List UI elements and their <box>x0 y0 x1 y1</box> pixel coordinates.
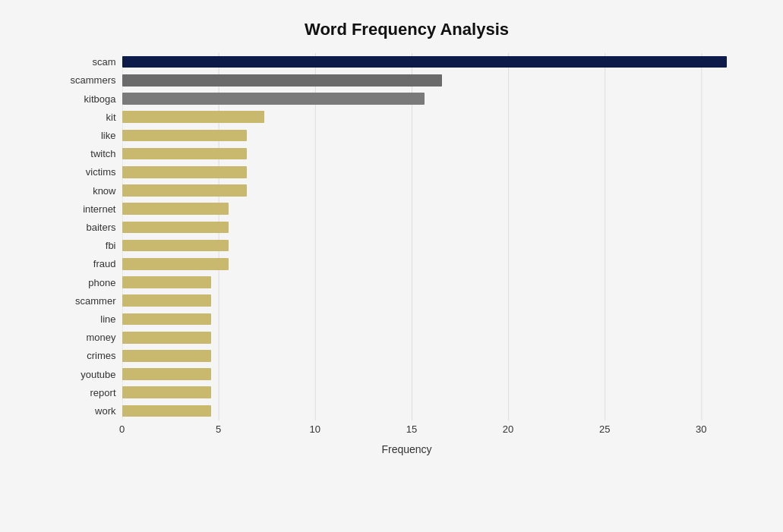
bar-row: scam <box>69 53 745 71</box>
bar-track <box>122 405 745 417</box>
bar-track <box>122 166 745 178</box>
bar-row: fbi <box>69 237 745 255</box>
chart-container: Word Frequency Analysis scamscammerskitb… <box>8 5 775 528</box>
bar-track <box>122 350 745 362</box>
bar-label: kit <box>69 112 122 123</box>
bar-label: internet <box>69 203 122 215</box>
bar-track <box>122 74 745 87</box>
bar <box>122 74 443 87</box>
x-tick: 0 <box>119 423 125 435</box>
bar-row: kit <box>69 108 745 126</box>
bar-row: like <box>69 126 745 144</box>
bar-label: crimes <box>69 350 122 361</box>
bar-label: report <box>69 387 122 398</box>
x-tick: 10 <box>310 423 320 435</box>
bar-label: scammer <box>69 295 122 307</box>
bar-track <box>122 294 745 307</box>
bar-track <box>122 148 745 160</box>
bar-label: scam <box>69 56 122 68</box>
bar-row: kitboga <box>69 90 745 108</box>
bar <box>122 350 211 362</box>
bar-row: report <box>69 383 745 401</box>
bar-track <box>122 93 745 105</box>
chart-title: Word Frequency Analysis <box>69 20 745 39</box>
bar-row: phone <box>69 273 745 291</box>
bar-label: work <box>69 405 122 417</box>
bar-row: crimes <box>69 347 745 365</box>
bar <box>122 276 211 288</box>
bar <box>122 386 211 398</box>
bar-row: internet <box>69 200 745 218</box>
bar-track <box>122 222 745 234</box>
bar-label: phone <box>69 277 122 288</box>
bar-label: line <box>69 313 122 325</box>
bars-area: scamscammerskitbogakitliketwitchvictimsk… <box>69 53 745 455</box>
bar-row: line <box>69 310 745 328</box>
bar-label: fraud <box>69 258 122 269</box>
bar-track <box>122 313 745 326</box>
bar-row: fraud <box>69 255 745 273</box>
bar-row: baiters <box>69 218 745 236</box>
bar <box>122 405 211 417</box>
bar <box>122 313 211 326</box>
bar-track <box>122 56 745 68</box>
bar-track <box>122 240 745 252</box>
bar <box>122 240 229 252</box>
bar <box>122 184 247 197</box>
bar-label: money <box>69 332 122 343</box>
bar-row: scammer <box>69 291 745 310</box>
x-tick: 15 <box>406 423 417 435</box>
bar <box>122 332 211 344</box>
bar <box>122 222 229 234</box>
bar-track <box>122 386 745 398</box>
bar <box>122 111 264 123</box>
bar <box>122 368 211 380</box>
bar-label: youtube <box>69 369 122 380</box>
bar-row: victims <box>69 163 745 181</box>
bar-track <box>122 130 745 142</box>
bar-label: victims <box>69 166 122 178</box>
x-tick: 20 <box>503 423 513 435</box>
bar <box>122 93 425 105</box>
bar-label: scammers <box>69 74 122 86</box>
bar <box>122 130 247 142</box>
bar-track <box>122 184 745 197</box>
bar <box>122 258 229 270</box>
bar-label: like <box>69 130 122 141</box>
bar <box>122 166 247 178</box>
bar-row: work <box>69 401 745 420</box>
bar-track <box>122 203 745 215</box>
bar-track <box>122 368 745 380</box>
x-tick: 30 <box>696 423 706 435</box>
bar <box>122 56 728 68</box>
x-axis-label: Frequency <box>69 443 745 455</box>
bar-track <box>122 332 745 344</box>
x-tick: 25 <box>599 423 610 435</box>
bar-track <box>122 258 745 270</box>
bar <box>122 203 229 215</box>
bar-row: scammers <box>69 71 745 90</box>
bar-label: kitboga <box>69 93 122 105</box>
bar-label: know <box>69 185 122 197</box>
bar <box>122 148 247 160</box>
x-axis: 05101520253035 <box>122 420 745 442</box>
bar-row: know <box>69 181 745 200</box>
bar <box>122 294 211 307</box>
bar-row: youtube <box>69 365 745 383</box>
x-tick: 5 <box>216 423 221 435</box>
bar-row: money <box>69 329 745 347</box>
bar-row: twitch <box>69 145 745 163</box>
bar-label: twitch <box>69 148 122 159</box>
bar-track <box>122 111 745 123</box>
bar-label: baiters <box>69 222 122 233</box>
bar-track <box>122 276 745 288</box>
bar-label: fbi <box>69 240 122 251</box>
